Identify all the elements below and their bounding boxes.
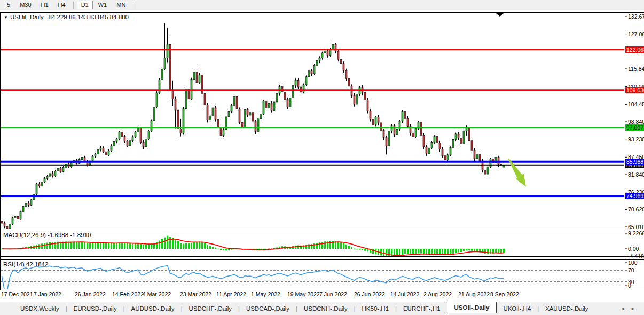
mt4-window: 5M30H1H4D1W1MN ▼USOil-,Daily84.229 86.14… [0, 0, 644, 315]
tab-ukoil-h4[interactable]: UKOil-,H4 [497, 304, 537, 313]
macd-label: MACD(12,26,9) -1.6988 -1.8910 [3, 232, 91, 238]
tab-usdchf-daily[interactable]: USDCHF-,Daily [183, 304, 239, 313]
tab-usdcnh-daily[interactable]: USDCNH-,Daily [297, 304, 354, 313]
hline-price-label: 122.068 [625, 46, 644, 53]
price-tick: 127.060 [628, 31, 644, 37]
macd-tick: 0.00 [628, 246, 639, 252]
price-tick: 70.620 [628, 206, 644, 212]
tab-usoil-daily[interactable]: USOil-,Daily [447, 302, 497, 313]
chart-tab-bar: USDX,Weekly|EURUSD-,Daily|AUDUSD-,Daily|… [0, 302, 644, 315]
rsi-label: RSI(14) 42.1842 [3, 261, 48, 267]
tab-usdx-weekly[interactable]: USDX,Weekly [14, 304, 66, 313]
chart-title: ▼USOil-,Daily84.229 86.143 83.845 84.880 [4, 14, 129, 20]
price-tick: 104.450 [628, 101, 644, 107]
dropdown-arrow-icon[interactable]: ▼ [4, 15, 8, 20]
date-label: 8 Sep 2022 [490, 291, 519, 297]
date-label: 14 Jul 2022 [390, 291, 419, 297]
date-label: 7 Jun 2022 [319, 291, 347, 297]
rsi-tick: 100 [628, 259, 638, 266]
price-tick: 132.670 [628, 13, 644, 20]
rsi-tick: 0 [628, 282, 631, 289]
rsi-tick: 70 [628, 267, 634, 273]
hline-price-label: 74.969 [625, 193, 644, 199]
date-label: 1 May 2022 [251, 291, 280, 297]
hline-price-label: 85.988 [625, 159, 644, 165]
hline-price-label: 109.036 [625, 87, 644, 93]
tab-xauusd-daily[interactable]: XAUUSD-,Daily [539, 304, 595, 313]
chart-shift-marker-icon [496, 13, 504, 17]
time-axis: 17 Dec 20217 Jan 202226 Jan 202214 Feb 2… [0, 291, 625, 298]
tab-eurchf-h1[interactable]: EURCHF-,H1 [397, 304, 447, 313]
date-label: 2 Aug 2022 [423, 291, 452, 297]
chart-canvas[interactable] [0, 0, 644, 315]
price-tick: 115.840 [628, 66, 644, 72]
date-label: 19 May 2022 [287, 291, 320, 297]
price-tick: 81.840 [628, 171, 644, 178]
rsi-line [2, 265, 504, 290]
macd-tick: -4.4188 [628, 253, 644, 259]
tab-hk50-h1[interactable]: HK50-,H1 [356, 304, 396, 313]
date-label: 26 Jan 2022 [75, 291, 106, 297]
chart-ohlc-values: 84.229 86.143 83.845 84.880 [49, 14, 129, 20]
date-label: 14 Feb 2022 [112, 291, 144, 297]
date-label: 4 Mar 2022 [143, 291, 171, 297]
hline-price-label: 97.007 [625, 124, 644, 131]
date-label: 21 Aug 2022 [458, 291, 490, 297]
tab-usdcad-daily[interactable]: USDCAD-,Daily [240, 304, 296, 313]
tab-audusd-daily[interactable]: AUDUSD-,Daily [125, 304, 181, 313]
date-label: 17 Dec 2021 [1, 291, 33, 297]
date-label: 7 Jan 2022 [34, 291, 61, 297]
price-tick: 65.010 [628, 224, 644, 230]
date-label: 26 Jun 2022 [354, 291, 385, 297]
price-axis: 132.670127.060121.450115.840110.060104.4… [625, 0, 644, 299]
tab-eurusd-daily[interactable]: EURUSD-,Daily [67, 304, 123, 313]
macd-tick: 9.2266 [628, 230, 644, 237]
price-tick: 93.230 [628, 136, 644, 143]
macd-histogram [1, 236, 505, 256]
date-label: 23 Mar 2022 [180, 291, 211, 297]
chart-symbol-label: USOil-,Daily [10, 14, 44, 20]
date-label: 11 Apr 2022 [216, 291, 246, 297]
chart-tabs: USDX,Weekly|EURUSD-,Daily|AUDUSD-,Daily|… [14, 303, 595, 314]
tab-scroll-arrows[interactable]: ◄ ► [621, 306, 638, 311]
